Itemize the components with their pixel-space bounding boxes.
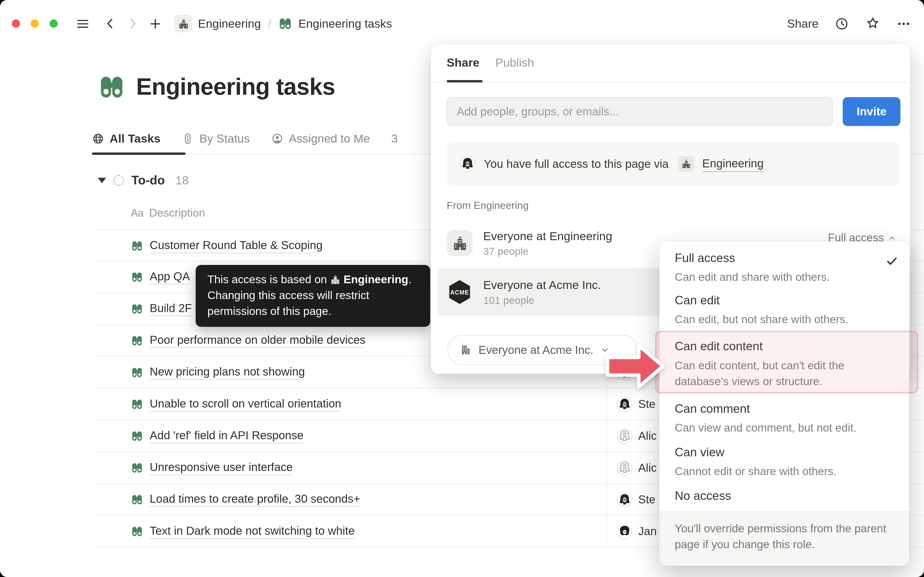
check-icon — [885, 255, 898, 268]
dialog-tab-publish[interactable]: Publish — [496, 56, 534, 69]
binoculars-icon — [131, 493, 143, 506]
avatar — [460, 156, 475, 172]
tab-assigned-to-me[interactable]: Assigned to Me — [271, 132, 370, 145]
binoculars-icon — [131, 462, 143, 474]
collapse-triangle-icon[interactable] — [98, 177, 106, 183]
red-arrow-annotation — [606, 342, 665, 391]
person-icon — [271, 132, 283, 145]
tab-all-tasks[interactable]: All Tasks — [92, 132, 160, 145]
menu-footer-note: You'll override permissions from the par… — [659, 511, 909, 566]
notion-window: Engineering / Engineering tasks Share En… — [0, 0, 924, 577]
avatar — [617, 429, 632, 444]
workspace-building-icon — [678, 156, 694, 172]
breadcrumb-page[interactable]: Engineering tasks — [298, 17, 392, 30]
share-button[interactable]: Share — [787, 17, 819, 30]
building-icon — [330, 274, 341, 285]
dialog-active-tab-underline — [447, 80, 483, 82]
binoculars-icon — [131, 303, 143, 315]
avatar — [617, 460, 632, 475]
breadcrumb: Engineering / Engineering tasks — [174, 15, 392, 32]
access-banner: You have full access to this page via En… — [447, 142, 899, 186]
page-binoculars-icon[interactable] — [98, 73, 126, 101]
engineering-link[interactable]: Engineering — [702, 156, 764, 172]
toolbar: Engineering / Engineering tasks Share — [0, 0, 924, 47]
dialog-tab-share[interactable]: Share — [447, 56, 479, 69]
traffic-lights — [12, 19, 58, 27]
avatar — [617, 524, 632, 539]
school-building-icon — [447, 230, 473, 256]
breadcrumb-workspace[interactable]: Engineering — [198, 17, 261, 30]
chevron-up-icon — [887, 234, 897, 242]
minimize-window-button[interactable] — [31, 19, 39, 27]
binoculars-icon — [131, 334, 143, 347]
sidebar-toggle-icon[interactable] — [75, 16, 90, 31]
assignee-name: Alic — [638, 429, 657, 443]
forward-icon[interactable] — [126, 16, 140, 31]
group-member-count: 101 people — [483, 294, 601, 307]
back-icon[interactable] — [103, 16, 118, 31]
dialog-tabs-divider — [431, 82, 910, 82]
binoculars-icon — [131, 525, 143, 537]
tab-by-status[interactable]: By Status — [182, 132, 250, 145]
binoculars-icon — [131, 398, 143, 410]
office-building-icon — [460, 344, 472, 356]
screen: Engineering / Engineering tasks Share En… — [0, 0, 924, 577]
close-window-button[interactable] — [12, 19, 20, 27]
avatar — [617, 492, 632, 507]
assignee-name: Jan — [638, 525, 657, 538]
assignee-name: Ste — [638, 397, 656, 411]
acme-logo-icon — [447, 279, 473, 305]
group-member-count: 37 people — [483, 245, 612, 258]
binoculars-icon — [278, 16, 292, 31]
binoculars-icon — [131, 239, 143, 252]
binoculars-icon — [131, 271, 143, 283]
new-page-icon[interactable] — [148, 16, 163, 31]
binoculars-icon — [131, 430, 143, 442]
section-label: From Engineering — [447, 200, 529, 212]
column-header-description[interactable]: Aa Description — [131, 207, 205, 220]
view-tabs: All Tasks By Status Assigned to Me 3 — [92, 126, 398, 151]
group-count: 18 — [175, 173, 188, 187]
todo-status-icon — [113, 174, 124, 186]
group-header-todo[interactable]: To-do 18 — [98, 173, 189, 187]
breadcrumb-separator: / — [268, 17, 271, 30]
favorite-star-icon[interactable] — [865, 16, 880, 31]
invite-people-input[interactable] — [447, 97, 833, 126]
assignee-name: Ste — [638, 493, 656, 506]
zoom-window-button[interactable] — [50, 19, 58, 27]
text-property-icon: Aa — [131, 207, 144, 219]
workspace-building-icon[interactable] — [174, 15, 192, 32]
history-clock-icon[interactable] — [835, 16, 849, 31]
binoculars-icon — [131, 366, 143, 379]
assignee-name: Alic — [638, 461, 657, 475]
status-light-icon — [182, 132, 194, 145]
page-title: Engineering tasks — [98, 73, 335, 101]
avatar — [617, 396, 632, 412]
tab-truncated[interactable]: 3 — [391, 132, 398, 145]
access-tooltip: This access is based on Engineering. Cha… — [195, 265, 430, 327]
invite-button[interactable]: Invite — [843, 97, 900, 126]
more-options-icon[interactable] — [897, 16, 911, 31]
role-menu: Full access Can edit and share with othe… — [659, 242, 909, 566]
active-tab-underline — [92, 152, 186, 155]
globe-icon — [92, 132, 104, 145]
